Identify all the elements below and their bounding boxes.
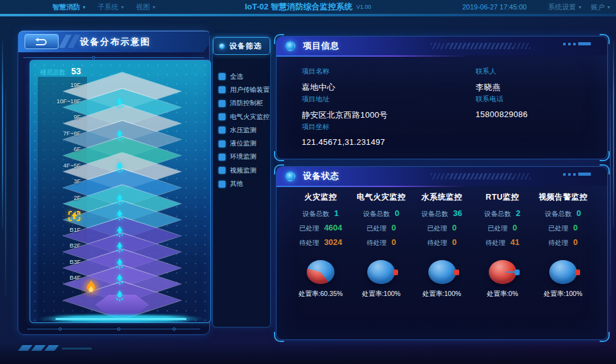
sprinkler-icon	[115, 274, 124, 288]
floor-label: 4F~5F	[31, 162, 81, 169]
project-field-label: 项目地址	[302, 94, 388, 104]
checkbox-icon[interactable]	[219, 154, 225, 161]
stat-value: 0	[391, 223, 396, 232]
status-stat-row: 设备总数36	[411, 208, 472, 223]
dashboard: 智慧消防▼子系统▼视图▼ IoT-02 智慧消防综合监控系统 V1.00 201…	[0, 0, 616, 364]
sprinkler-icon	[115, 98, 124, 111]
device-filter-title: 设备筛选	[229, 41, 262, 52]
status-column: 火灾监控设备总数1已处理4604待处理3024处置率:60.35%	[290, 192, 351, 299]
device-filter-list: 全选用户传输装置消防控制柜电气火灾监控水压监测液位监测环境监测视频监测其他	[219, 70, 269, 191]
filter-option[interactable]: 水压监测	[219, 123, 269, 137]
disposal-rate-pie	[307, 260, 334, 284]
left-edge-decor	[2, 40, 3, 229]
floor-label: B3F	[31, 258, 81, 265]
filter-option[interactable]: 消防控制柜	[219, 97, 269, 110]
checkbox-icon[interactable]	[219, 181, 225, 188]
topbar-right: 2019-06-27 17:45:00 系统设置▼账户▼	[462, 0, 611, 14]
floor-total-value: 53	[71, 66, 81, 76]
status-stat-row: 已处理4604	[290, 223, 351, 237]
filter-option[interactable]: 电气火灾监控	[219, 110, 269, 123]
floor-label: 7F~8F	[31, 130, 81, 137]
filter-option-label: 消防控制柜	[230, 99, 263, 108]
disposal-rate-pie	[489, 260, 516, 284]
disposal-rate-label: 处置率:100%	[411, 290, 472, 299]
checkbox-icon[interactable]	[219, 140, 225, 147]
disposal-rate-pie	[428, 260, 456, 284]
hatch-decor	[431, 43, 513, 49]
checkbox-icon[interactable]	[219, 86, 225, 93]
checkbox-icon[interactable]	[219, 167, 225, 174]
project-field-label: 项目名称	[302, 67, 335, 76]
caret-down-icon: ▼	[120, 5, 125, 9]
menu-子系统[interactable]: 子系统▼	[98, 3, 125, 12]
stat-label: 待处理	[367, 239, 387, 247]
app-title-text: IoT-02 智慧消防综合监控系统	[245, 1, 353, 13]
stat-label: 待处理	[427, 239, 447, 247]
checkbox-icon[interactable]	[219, 100, 225, 107]
filter-option[interactable]: 全选	[219, 70, 269, 83]
stat-value: 1	[334, 208, 338, 218]
floor-label: 2F	[31, 194, 81, 201]
filter-option[interactable]: 环境监测	[219, 151, 269, 164]
checkbox-icon[interactable]	[219, 127, 225, 134]
status-column-title: 视频告警监控	[533, 192, 593, 203]
app-version: V1.00	[356, 4, 372, 10]
project-field: 项目地址静安区北京西路1000号	[302, 94, 388, 121]
status-column: 视频告警监控设备总数0已处理0待处理0处置率:100%	[533, 192, 593, 299]
filter-option[interactable]: 视频监测	[219, 164, 269, 177]
filter-option-label: 全选	[230, 72, 243, 81]
project-field-label: 项目坐标	[302, 122, 385, 132]
status-stat-row: 待处理0	[533, 237, 593, 252]
header-underline-decor	[277, 55, 469, 57]
filter-option[interactable]: 用户传输装置	[219, 83, 269, 96]
stat-label: 待处理	[299, 239, 319, 247]
menu-视图[interactable]: 视图▼	[136, 3, 156, 12]
stat-value: 0	[573, 223, 578, 232]
project-field-value: 静安区北京西路1000号	[302, 110, 388, 121]
device-filter-panel: 设备筛选 全选用户传输装置消防控制柜电气火灾监控水压监测液位监测环境监测视频监测…	[212, 37, 271, 327]
project-field-value: 15800829086	[476, 110, 528, 119]
device-status-columns: 火灾监控设备总数1已处理4604待处理3024处置率:60.35%电气火灾监控设…	[290, 192, 593, 299]
platform-glow-core	[55, 318, 186, 320]
checkbox-icon[interactable]	[219, 113, 225, 120]
filter-option[interactable]: 液位监测	[219, 137, 269, 150]
device-filter-tab[interactable]: 设备筛选	[213, 37, 270, 55]
filter-option-label: 视频监测	[230, 166, 256, 175]
floor-label: B1F	[31, 226, 81, 233]
project-field-value: 121.45671,31.231497	[302, 137, 385, 147]
menu-系统设置[interactable]: 系统设置▼	[548, 3, 582, 11]
project-info-title: 项目信息	[303, 37, 339, 55]
menu-账户[interactable]: 账户▼	[591, 3, 611, 11]
glow-dot-icon	[285, 171, 295, 181]
disposal-rate-label: 处置率:100%	[533, 290, 593, 299]
stat-value: 3024	[324, 237, 342, 247]
project-field: 联系电话15800829086	[476, 94, 528, 119]
filter-option-label: 电气火灾监控	[230, 113, 270, 122]
topbar: 智慧消防▼子系统▼视图▼ IoT-02 智慧消防综合监控系统 V1.00 201…	[0, 0, 616, 14]
disposal-rate-label: 处置率:0%	[472, 290, 533, 299]
caret-down-icon: ▼	[607, 5, 611, 9]
hatch-decor	[431, 173, 513, 179]
status-stat-row: 已处理0	[411, 223, 472, 237]
filter-option[interactable]: 其他	[219, 177, 269, 190]
stat-label: 设备总数	[484, 210, 511, 219]
project-field-label: 联系电话	[476, 94, 528, 104]
checkbox-icon[interactable]	[219, 73, 225, 80]
stat-value: 0	[452, 237, 457, 247]
back-button[interactable]	[25, 34, 59, 49]
pie-gloss-decor	[428, 260, 456, 284]
stat-label: 待处理	[486, 239, 506, 247]
floor-visualization: 楼层总数53 19F10F~18F9F7F~8F6F4F~5F3F2F1FB1F…	[30, 60, 211, 323]
glow-dot-icon	[219, 43, 225, 49]
project-info-panel: 项目信息 项目名称嘉地中心联系人李晓燕项目地址静安区北京西路1000号联系电话1…	[276, 36, 608, 159]
sprinkler-icon	[115, 130, 124, 144]
filter-option-label: 用户传输装置	[230, 86, 270, 94]
floor-label: 9F	[31, 113, 81, 120]
topbar-menus: 智慧消防▼子系统▼视图▼	[52, 0, 168, 14]
menu-智慧消防[interactable]: 智慧消防▼	[52, 3, 86, 12]
floor-label: 10F~18F	[31, 98, 81, 105]
stat-label: 已处理	[549, 224, 569, 233]
back-icon	[35, 38, 48, 46]
project-field-label: 联系人	[476, 67, 501, 76]
caret-down-icon: ▼	[578, 5, 582, 9]
